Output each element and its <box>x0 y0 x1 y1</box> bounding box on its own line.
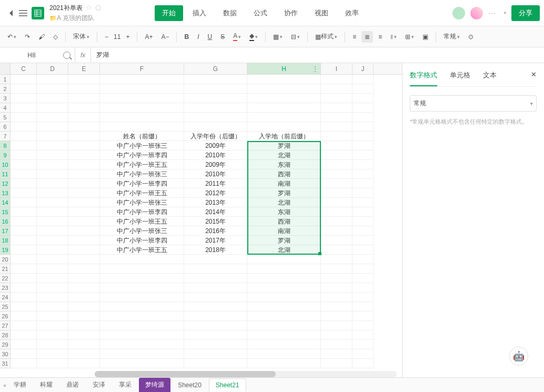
cell[interactable] <box>247 359 321 368</box>
cell[interactable] <box>68 122 100 132</box>
row-header[interactable]: 22 <box>0 274 11 283</box>
cell[interactable] <box>247 122 321 132</box>
col-header-D[interactable]: D <box>37 63 68 74</box>
cell[interactable] <box>321 179 352 188</box>
cell[interactable]: 2010年 <box>184 150 247 160</box>
cell[interactable] <box>321 160 352 169</box>
cell[interactable] <box>68 94 100 103</box>
cell[interactable] <box>247 113 321 122</box>
cell[interactable] <box>184 283 247 293</box>
cell[interactable] <box>11 321 37 330</box>
cell[interactable] <box>352 245 374 255</box>
cell[interactable]: 罗湖 <box>247 188 321 198</box>
border-icon[interactable]: ▦▾ <box>270 31 286 43</box>
cell[interactable] <box>321 302 352 311</box>
cell[interactable]: 西湖 <box>247 217 321 226</box>
cell[interactable] <box>37 198 68 207</box>
valign-icon[interactable]: ⫴▾ <box>387 31 400 43</box>
row-header[interactable]: 23 <box>0 283 11 293</box>
cell[interactable] <box>37 311 68 321</box>
row-header[interactable]: 31 <box>0 359 11 368</box>
cell[interactable] <box>11 264 37 274</box>
cell[interactable] <box>321 217 352 226</box>
row-header[interactable]: 25 <box>0 302 11 311</box>
cell[interactable] <box>11 274 37 283</box>
cell[interactable] <box>247 75 321 84</box>
cell[interactable] <box>352 113 374 122</box>
cell[interactable] <box>184 255 247 264</box>
cell[interactable] <box>321 188 352 198</box>
formula-value[interactable]: 罗湖 <box>91 51 114 59</box>
menu-数据[interactable]: 数据 <box>216 5 244 21</box>
cell[interactable] <box>247 340 321 349</box>
cell[interactable]: 中广小学一班张三 <box>100 198 184 207</box>
clear-format-icon[interactable]: ◇ <box>50 31 61 43</box>
cell[interactable] <box>68 274 100 283</box>
rotate-icon[interactable]: ▣ <box>419 31 431 43</box>
cell[interactable] <box>11 103 37 113</box>
cell[interactable] <box>352 94 374 103</box>
cell[interactable]: 2012年 <box>184 188 247 198</box>
cell[interactable] <box>352 103 374 113</box>
row-header[interactable]: 2 <box>0 84 11 94</box>
cell[interactable] <box>37 84 68 94</box>
cell[interactable]: 2016年 <box>184 226 247 236</box>
cell[interactable] <box>247 84 321 94</box>
doc-title[interactable]: 2021补单表 <box>49 4 83 12</box>
cell[interactable] <box>37 179 68 188</box>
cell[interactable] <box>11 330 37 340</box>
row-header[interactable]: 20 <box>0 255 11 264</box>
row-header[interactable]: 8 <box>0 141 11 150</box>
cell[interactable] <box>321 226 352 236</box>
cell[interactable] <box>37 94 68 103</box>
cell[interactable] <box>68 150 100 160</box>
number-format-button[interactable]: 常规▾ <box>440 30 463 43</box>
bold-icon[interactable]: B <box>181 31 192 43</box>
name-search-icon[interactable] <box>63 52 70 59</box>
cell[interactable] <box>184 75 247 84</box>
cell[interactable] <box>68 217 100 226</box>
share-button[interactable]: 分享 <box>511 5 540 21</box>
cell[interactable] <box>11 349 37 359</box>
style-button[interactable]: ▦样式▾ <box>312 30 340 43</box>
cell[interactable] <box>68 141 100 150</box>
font-size-dec[interactable]: − <box>102 31 112 43</box>
font-color-icon[interactable]: A▾ <box>230 30 244 43</box>
cell[interactable] <box>11 122 37 132</box>
cell[interactable] <box>68 236 100 245</box>
cell[interactable] <box>11 340 37 349</box>
cell[interactable]: 中广小学一班张三 <box>100 226 184 236</box>
cell[interactable] <box>352 321 374 330</box>
cell[interactable] <box>11 217 37 226</box>
cell[interactable] <box>11 245 37 255</box>
format-select[interactable]: 常规 ▾ <box>410 95 537 112</box>
cell[interactable] <box>184 264 247 274</box>
cell[interactable] <box>11 359 37 368</box>
cell[interactable] <box>184 94 247 103</box>
row-header[interactable]: 15 <box>0 207 11 217</box>
decrease-font-icon[interactable]: A− <box>158 31 172 43</box>
cell[interactable]: 2015年 <box>184 217 247 226</box>
cell[interactable] <box>321 103 352 113</box>
cell[interactable] <box>321 75 352 84</box>
cell[interactable] <box>321 132 352 141</box>
spreadsheet-grid[interactable]: CDEFGHIJ 1234567891011121314151617181920… <box>0 63 402 379</box>
avatar[interactable] <box>452 7 465 19</box>
cell[interactable] <box>352 150 374 160</box>
cell[interactable] <box>68 75 100 84</box>
cell[interactable] <box>352 302 374 311</box>
cell[interactable] <box>37 245 68 255</box>
cell[interactable] <box>68 255 100 264</box>
cell[interactable] <box>184 321 247 330</box>
row-header[interactable]: 24 <box>0 293 11 302</box>
cell[interactable] <box>100 274 184 283</box>
cell[interactable] <box>321 84 352 94</box>
cell[interactable] <box>184 274 247 283</box>
cell[interactable] <box>321 330 352 340</box>
cell[interactable]: 入学地（前后缀） <box>247 132 321 141</box>
cell[interactable] <box>11 283 37 293</box>
cell-reference[interactable]: H8 <box>0 49 63 61</box>
sheet-tab[interactable]: 享采 <box>113 378 138 392</box>
cell[interactable] <box>37 207 68 217</box>
cell[interactable] <box>352 283 374 293</box>
